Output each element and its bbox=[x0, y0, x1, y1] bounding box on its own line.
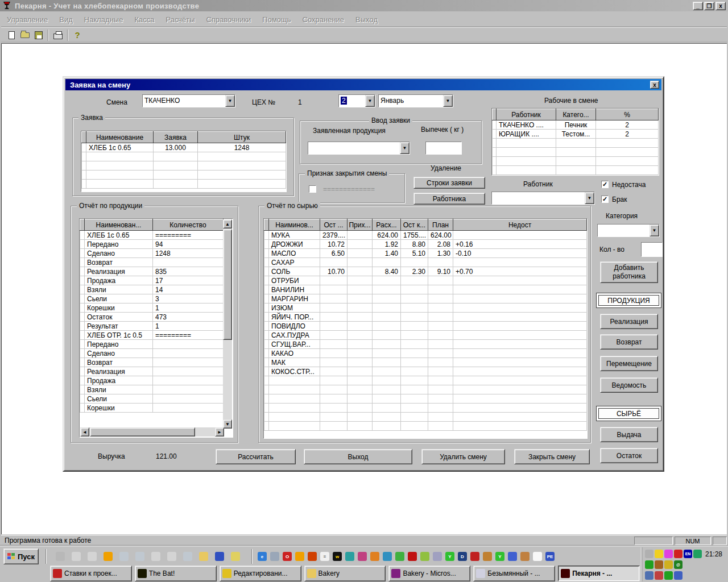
vozvrat-button[interactable]: Возврат bbox=[600, 334, 658, 350]
table-cell[interactable] bbox=[154, 152, 198, 161]
table-cell[interactable] bbox=[348, 249, 373, 258]
shift-combobox[interactable]: ТКАЧЕНКО ▼ bbox=[142, 94, 235, 107]
table-cell[interactable] bbox=[453, 258, 587, 267]
y-tool-icon[interactable]: Y bbox=[495, 552, 504, 561]
peremeshenie-button[interactable]: Перемещение bbox=[600, 356, 658, 371]
table-cell[interactable] bbox=[401, 285, 428, 294]
table-cell[interactable] bbox=[320, 331, 348, 340]
produkcia-button[interactable]: ПРОДУКЦИЯ bbox=[596, 293, 661, 308]
white-box-icon[interactable] bbox=[533, 552, 542, 561]
table-cell[interactable] bbox=[373, 358, 401, 367]
table-cell[interactable]: МУКА bbox=[269, 231, 320, 240]
table-cell[interactable] bbox=[348, 231, 373, 240]
table-cell[interactable] bbox=[596, 166, 659, 175]
column-header[interactable]: Наименование bbox=[86, 132, 154, 143]
table-cell[interactable] bbox=[428, 313, 453, 322]
taskbar-window-button[interactable]: Ставки к проек... bbox=[50, 566, 132, 581]
table-row[interactable]: Корешки bbox=[80, 404, 224, 413]
column-header[interactable]: Катего... bbox=[556, 109, 596, 120]
table-cell[interactable] bbox=[373, 349, 401, 358]
table-cell[interactable] bbox=[373, 276, 401, 285]
column-header[interactable]: Штук bbox=[198, 132, 286, 143]
table-cell[interactable] bbox=[453, 376, 587, 385]
table-cell[interactable] bbox=[401, 413, 428, 422]
table-cell[interactable] bbox=[86, 161, 154, 171]
table-cell[interactable] bbox=[154, 180, 198, 189]
table-cell[interactable] bbox=[401, 304, 428, 313]
table-cell[interactable] bbox=[153, 367, 224, 376]
table-cell[interactable] bbox=[453, 367, 587, 376]
table-row[interactable] bbox=[264, 422, 587, 431]
table-cell[interactable] bbox=[320, 367, 348, 376]
table-cell[interactable] bbox=[320, 358, 348, 367]
table-cell[interactable]: 1248 bbox=[153, 249, 224, 258]
nedostacha-checkbox[interactable]: ✓ bbox=[601, 181, 609, 188]
table-cell[interactable]: Тестом... bbox=[556, 130, 596, 139]
print-button[interactable] bbox=[51, 29, 65, 41]
table-cell[interactable] bbox=[348, 358, 373, 367]
table-cell[interactable] bbox=[86, 152, 154, 161]
table-row[interactable]: ХЛЕБ 1с 0.65========= bbox=[80, 231, 224, 240]
table-cell[interactable]: 10.70 bbox=[320, 267, 348, 276]
java-icon[interactable] bbox=[483, 552, 492, 561]
close-button[interactable]: x bbox=[715, 2, 726, 10]
table-cell[interactable] bbox=[556, 148, 596, 157]
table-cell[interactable]: 1.40 bbox=[373, 249, 401, 258]
table-cell[interactable] bbox=[401, 331, 428, 340]
table-row[interactable] bbox=[493, 166, 659, 175]
note-icon[interactable] bbox=[395, 552, 404, 561]
table-cell[interactable]: 473 bbox=[153, 313, 224, 322]
gray-ball-icon[interactable] bbox=[645, 550, 653, 558]
table-row[interactable]: МАК bbox=[264, 358, 587, 367]
table-cell[interactable] bbox=[320, 413, 348, 422]
table-cell[interactable] bbox=[373, 322, 401, 331]
table-cell[interactable]: 8.80 bbox=[401, 240, 428, 249]
at-sign-icon[interactable]: @ bbox=[674, 560, 682, 569]
opera-icon[interactable]: O bbox=[283, 552, 292, 561]
book-icon[interactable] bbox=[383, 552, 392, 561]
column-header[interactable]: План bbox=[428, 219, 453, 231]
table-cell[interactable] bbox=[401, 294, 428, 304]
table-cell[interactable]: Взяли bbox=[85, 385, 153, 394]
column-header[interactable]: Недост bbox=[453, 219, 587, 231]
table-cell[interactable] bbox=[401, 376, 428, 385]
table-cell[interactable]: ВАНИЛИН bbox=[269, 285, 320, 294]
category-combobox[interactable]: ▼ bbox=[597, 224, 660, 237]
table-row[interactable]: ЯЙИЧ. ПОР... bbox=[264, 313, 587, 322]
scrollbar-thumb[interactable] bbox=[90, 427, 195, 436]
table-cell[interactable] bbox=[401, 276, 428, 285]
table-cell[interactable]: ТКАЧЕНКО .... bbox=[497, 120, 556, 130]
column-header[interactable]: Заявка bbox=[154, 132, 198, 143]
table-cell[interactable]: 1.30 bbox=[428, 249, 453, 258]
table-cell[interactable]: 6.50 bbox=[320, 249, 348, 258]
tray-eject-icon[interactable] bbox=[88, 552, 97, 561]
table-cell[interactable]: 3 bbox=[153, 294, 224, 304]
table-cell[interactable]: КАКАО bbox=[269, 349, 320, 358]
table-cell[interactable] bbox=[320, 276, 348, 285]
table-cell[interactable]: Продажа bbox=[85, 276, 153, 285]
table-cell[interactable] bbox=[373, 258, 401, 267]
table-cell[interactable]: 2 bbox=[596, 130, 659, 139]
table-cell[interactable] bbox=[373, 304, 401, 313]
scroll-down-icon[interactable]: ▼ bbox=[223, 419, 232, 429]
table-cell[interactable] bbox=[401, 358, 428, 367]
table-row[interactable]: Возврат bbox=[80, 258, 224, 267]
table-cell[interactable] bbox=[373, 313, 401, 322]
table-cell[interactable] bbox=[153, 394, 224, 404]
table-cell[interactable] bbox=[86, 171, 154, 180]
table-row[interactable]: Продажа17 bbox=[80, 276, 224, 285]
table-cell[interactable] bbox=[320, 385, 348, 394]
column-header[interactable]: Работник bbox=[497, 109, 556, 120]
brak-checkbox[interactable]: ✓ bbox=[601, 196, 609, 203]
table-cell[interactable]: Возврат bbox=[85, 358, 153, 367]
cd-drive-icon[interactable] bbox=[183, 552, 192, 561]
table-cell[interactable] bbox=[320, 349, 348, 358]
table-cell[interactable]: 1755.... bbox=[401, 231, 428, 240]
table-row[interactable] bbox=[264, 385, 587, 394]
dialog-close-button[interactable]: x bbox=[650, 81, 659, 89]
table-cell[interactable] bbox=[453, 322, 587, 331]
table-row[interactable]: ЮРАЩИК ....Тестом...2 bbox=[493, 130, 659, 139]
table-cell[interactable] bbox=[453, 349, 587, 358]
table-cell[interactable] bbox=[348, 413, 373, 422]
table-cell[interactable]: САХ.ПУДРА bbox=[269, 331, 320, 340]
